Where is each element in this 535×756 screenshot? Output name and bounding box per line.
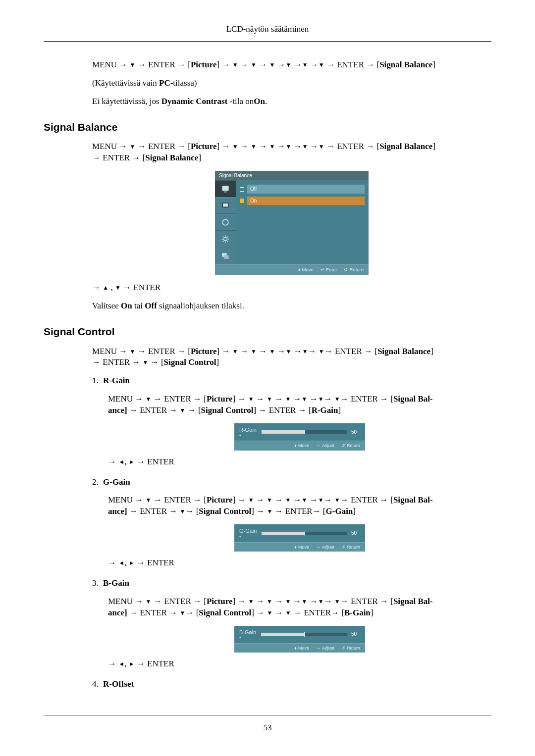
bold-text: Signal Control — [164, 357, 216, 367]
slider-thumb — [304, 632, 305, 637]
bold-text: On — [121, 301, 132, 310]
down-icon: ▼ — [248, 395, 254, 403]
rgain-path: MENU → ▼ → ENTER → [Picture] → ▼ → ▼ → ▼… — [108, 394, 491, 416]
slider-track — [261, 633, 347, 636]
text: , — [108, 283, 115, 292]
signal-control-heading: Signal Control — [44, 325, 491, 339]
option-label: On — [247, 197, 365, 205]
down-icon: ▼ — [285, 598, 291, 605]
down-icon: ▼ — [232, 143, 238, 151]
text: → ENTER → [ — [135, 347, 190, 356]
text: . — [265, 97, 267, 106]
slider[interactable]: 50 — [261, 631, 360, 638]
svg-rect-0 — [222, 186, 228, 191]
mini-top: R-Gain ▾ 50 — [234, 423, 365, 441]
text: → ENTER — [121, 283, 160, 292]
text: → ENTER → [ — [324, 142, 379, 151]
circle-icon — [220, 217, 230, 227]
slider[interactable]: 50 — [262, 530, 360, 537]
header-rule — [44, 41, 491, 42]
text: , — [124, 457, 129, 466]
intro-note2: Ei käytettävissä, jos Dynamic Contrast -… — [92, 96, 491, 107]
text: Valitsee — [92, 301, 121, 310]
bgain-path: MENU → ▼ → ENTER → [Picture] → ▼ → ▼ → ▼… — [108, 596, 491, 619]
mini-foot-adjust: ↔Adjust — [316, 443, 334, 449]
bold-text: Picture — [207, 394, 233, 403]
down-icon: ▼ — [143, 358, 149, 366]
osd-nav-item-5[interactable] — [215, 248, 236, 264]
signal-balance-heading: Signal Balance — [44, 120, 491, 134]
osd-nav-item-1[interactable] — [215, 180, 236, 197]
down-icon: ▼ — [267, 395, 272, 403]
screen-icon — [220, 201, 230, 210]
mini-foot-move: ♦Move — [294, 443, 309, 449]
mini-foot-move: ♦Move — [294, 544, 309, 550]
down-icon: ▼ — [318, 395, 324, 403]
mini-bgain: B-Gain ▾ 50 ♦Move ↔Adjust ↺Return — [234, 626, 365, 653]
right-icon: ► — [129, 660, 135, 668]
text: → [ — [185, 608, 199, 617]
text: signaaliohjauksen tilaksi. — [157, 301, 244, 310]
down-icon: ▼ — [232, 61, 238, 69]
text: ] — [338, 405, 341, 415]
mini-ggain: G-Gain ▾ 50 ♦Move ↔Adjust ↺Return — [234, 524, 365, 551]
text: , — [124, 659, 129, 668]
slider[interactable]: 50 — [262, 429, 360, 436]
down-icon: ▼ — [269, 61, 275, 69]
bold-text: G-Gain — [326, 506, 353, 516]
bold-text: On — [254, 97, 265, 106]
down-icon: ▼ — [180, 609, 186, 617]
mini-label-wrap: G-Gain ▾ — [239, 527, 257, 539]
mini-foot-move: ♦Move — [294, 645, 309, 651]
text: → — [272, 608, 285, 617]
svg-point-5 — [224, 238, 227, 241]
text: Adjust — [322, 646, 334, 651]
osd-option-on[interactable]: On — [240, 195, 365, 207]
bold-text: → ENTER → — [129, 405, 180, 415]
down-icon: ▼ — [232, 348, 238, 355]
text: Return — [347, 443, 360, 448]
mini-footer: ♦Move ↔Adjust ↺Return — [234, 643, 365, 653]
text: ] → — [232, 394, 248, 403]
text: -tila on — [227, 97, 254, 106]
text: → ENTER → — [129, 506, 180, 516]
osd-body: Off On — [215, 180, 369, 264]
osd-nav-item-4[interactable] — [215, 231, 236, 248]
mini-label: G-Gain — [239, 527, 257, 535]
bold-text: Off — [145, 301, 157, 310]
osd-title: Signal Balance — [215, 171, 369, 181]
text: ] — [432, 142, 435, 151]
text: MENU → — [92, 347, 130, 356]
down-icon: ▼ — [334, 496, 340, 504]
slider-value: 50 — [351, 631, 360, 638]
down-icon: ▼ — [286, 143, 292, 151]
osd-option-off[interactable]: Off — [240, 183, 365, 195]
down-icon: ▼ — [248, 496, 254, 504]
osd-foot-move: ♦Move — [298, 267, 314, 273]
text: Adjust — [322, 545, 334, 550]
down-icon: ▼ — [251, 348, 257, 355]
text: Move — [298, 545, 309, 550]
osd-nav-item-3[interactable] — [215, 214, 236, 231]
left-icon: ◄ — [118, 660, 124, 668]
slider-value: 50 — [351, 429, 360, 436]
mini-label: B-Gain — [239, 629, 256, 636]
down-icon: ▾ — [239, 433, 257, 438]
osd-nav-item-2[interactable] — [215, 197, 236, 214]
text: → ENTER — [135, 457, 174, 466]
slider-thumb — [304, 430, 305, 434]
bold-text: PC — [159, 78, 170, 88]
checkbox-icon — [240, 187, 244, 192]
text: → ENTER → [ — [135, 60, 190, 69]
text: → ENTER → [ — [92, 153, 145, 162]
text: → ENTER → [ — [151, 597, 206, 606]
signal-balance-after: → ▲ , ▼ → ENTER — [92, 282, 491, 294]
text: ] — [371, 608, 374, 617]
osd-signal-balance: Signal Balance — [215, 171, 369, 275]
down-icon: ▼ — [302, 496, 308, 504]
signal-balance-desc: Valitsee On tai Off signaaliohjauksen ti… — [92, 301, 491, 312]
bold-text: Signal Control — [201, 405, 254, 415]
text: ] → — [216, 142, 232, 151]
text: → ENTER → [ — [151, 495, 206, 504]
item-header: 1.R-Gain — [92, 375, 491, 387]
